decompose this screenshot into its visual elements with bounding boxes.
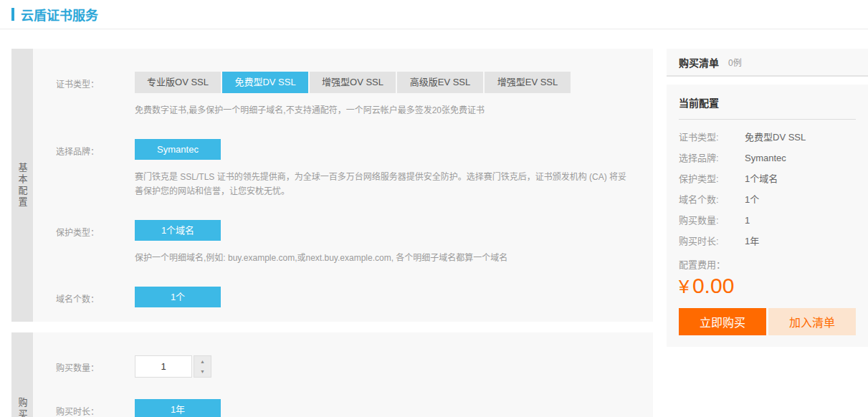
brand-row: 选择品牌： Symantec 赛门铁克是 SSL/TLS 证书的领先提供商，为全… — [56, 139, 631, 198]
protection-type-option[interactable]: 1个域名 — [135, 220, 221, 241]
left-column: 基本配置 证书类型： 专业版OV SSL 免费型DV SSL 增强型OV SSL… — [11, 49, 653, 417]
cert-type-tabs: 专业版OV SSL 免费型DV SSL 增强型OV SSL 高级版EV SSL … — [135, 72, 631, 93]
cart-count-badge: 0例 — [728, 56, 742, 68]
section-label-purchase: 购买量 — [16, 398, 29, 417]
section-basic-config: 基本配置 证书类型： 专业版OV SSL 免费型DV SSL 增强型OV SSL… — [11, 49, 653, 322]
config-row-domain-count: 域名个数: 1个 — [679, 189, 856, 210]
domain-count-option[interactable]: 1个 — [135, 287, 221, 307]
quantity-row: 购买数量： ▲ ▼ — [56, 355, 631, 378]
config-row-quantity: 购买数量: 1 — [679, 210, 856, 231]
purchase-body: 购买数量： ▲ ▼ 购买时长： 1年 — [33, 332, 653, 417]
currency-symbol: ¥ — [679, 276, 689, 297]
tab-ov-ssl-enhanced[interactable]: 增强型OV SSL — [310, 72, 396, 93]
stepper-down-icon[interactable]: ▼ — [194, 367, 211, 378]
quantity-stepper-controls: ▲ ▼ — [194, 355, 211, 378]
config-row-cert-type: 证书类型: 免费型DV SSL — [679, 127, 856, 148]
config-row-protection-type: 保护类型: 1个域名 — [679, 168, 856, 189]
protection-type-row: 保护类型： 1个域名 保护一个明细域名,例如: buy.example.com,… — [56, 220, 631, 265]
current-config-title: 当前配置 — [679, 95, 856, 120]
quantity-label: 购买数量： — [56, 355, 135, 378]
config-row-duration: 购买时长: 1年 — [679, 231, 856, 251]
section-strip-basic-config: 基本配置 — [11, 49, 33, 322]
protection-type-description: 保护一个明细域名,例如: buy.example.com,或next.buy.e… — [135, 251, 631, 265]
price-amount: 0.00 — [692, 274, 734, 297]
tab-ov-ssl-pro[interactable]: 专业版OV SSL — [135, 72, 221, 93]
current-config-panel: 当前配置 证书类型: 免费型DV SSL 选择品牌: Symantec 保护类型… — [667, 85, 868, 347]
protection-type-label: 保护类型： — [56, 220, 135, 265]
fee-label: 配置费用： — [679, 257, 856, 271]
duration-row: 购买时长： 1年 您的数字证书有效期是在审核通过之后的1年内有效 — [56, 399, 631, 417]
page-header: 云盾证书服务 — [0, 0, 868, 29]
buy-now-button[interactable]: 立即购买 — [679, 308, 766, 335]
cert-type-description: 免费数字证书,最多保护一个明细子域名,不支持通配符，一个阿云帐户最多签发20张免… — [135, 103, 631, 118]
price: ¥ 0.00 — [679, 274, 856, 298]
cert-type-label: 证书类型： — [56, 72, 135, 118]
brand-description: 赛门铁克是 SSL/TLS 证书的领先提供商，为全球一百多万台网络服务器提供安全… — [135, 170, 631, 198]
duration-label: 购买时长： — [56, 399, 135, 417]
cart-bar: 购买清单 0例 — [667, 49, 868, 77]
page-title: 云盾证书服务 — [21, 5, 98, 24]
config-row-brand: 选择品牌: Symantec — [679, 148, 856, 168]
section-label-basic-config: 基本配置 — [16, 163, 29, 208]
tab-dv-ssl-free[interactable]: 免费型DV SSL — [222, 72, 308, 93]
panel-buttons: 立即购买 加入清单 — [679, 308, 856, 335]
brand-label: 选择品牌： — [56, 139, 135, 198]
domain-count-label: 域名个数： — [56, 287, 135, 307]
section-strip-purchase: 购买量 — [11, 332, 33, 417]
quantity-stepper: ▲ ▼ — [135, 355, 631, 378]
tab-ev-ssl-enhanced[interactable]: 增强型EV SSL — [485, 72, 571, 93]
quantity-input[interactable] — [135, 355, 192, 378]
tab-ev-ssl-advanced[interactable]: 高级版EV SSL — [397, 72, 483, 93]
brand-option-symantec[interactable]: Symantec — [135, 139, 221, 160]
section-purchase: 购买量 购买数量： ▲ ▼ — [11, 332, 653, 417]
right-column: 购买清单 0例 当前配置 证书类型: 免费型DV SSL 选择品牌: Syman… — [667, 49, 868, 347]
stepper-up-icon[interactable]: ▲ — [194, 356, 211, 367]
cert-type-row: 证书类型： 专业版OV SSL 免费型DV SSL 增强型OV SSL 高级版E… — [56, 72, 631, 118]
basic-config-body: 证书类型： 专业版OV SSL 免费型DV SSL 增强型OV SSL 高级版E… — [33, 49, 653, 322]
cart-title: 购买清单 — [679, 55, 719, 70]
main-layout: 基本配置 证书类型： 专业版OV SSL 免费型DV SSL 增强型OV SSL… — [0, 29, 868, 417]
duration-option[interactable]: 1年 — [135, 399, 221, 417]
domain-count-row: 域名个数： 1个 — [56, 287, 631, 307]
title-accent-bar — [11, 8, 14, 21]
add-to-cart-button[interactable]: 加入清单 — [768, 308, 856, 335]
current-config-rows: 证书类型: 免费型DV SSL 选择品牌: Symantec 保护类型: 1个域… — [679, 120, 856, 251]
